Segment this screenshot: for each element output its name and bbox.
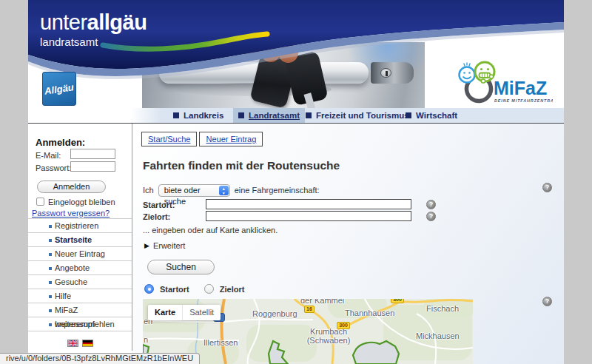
sidebar-item-label: Startseite <box>55 235 92 244</box>
sidebar-item-label: Neuer Eintrag <box>55 249 105 258</box>
password-label: Passwort: <box>36 164 71 172</box>
nav-item-landratsamt[interactable]: Landratsamt <box>233 108 305 123</box>
startort-radio-label: Startort <box>160 285 189 294</box>
german-flag-icon[interactable] <box>82 340 93 347</box>
map-place-label: (Schwaben) <box>298 336 359 345</box>
sidebar-item-label: Gesuche <box>55 277 87 286</box>
sidebar-item-label: Angebote <box>55 263 90 272</box>
mifaz-tagline: DEINE MITFAHRZENTRALE <box>494 98 553 103</box>
zielort-radio-label: Zielort <box>220 285 245 294</box>
bullet-icon <box>49 323 52 326</box>
start-label: Startort: <box>143 200 175 209</box>
tab-start-suche[interactable]: Start/Suche <box>141 132 197 146</box>
nav-bullet-icon <box>406 112 411 118</box>
nav-item-landkreis[interactable]: Landkreis <box>173 108 223 123</box>
tab-label: Neuer Eintrag <box>206 135 256 144</box>
bullet-icon <box>49 281 52 284</box>
tab-neuer-eintrag[interactable]: Neuer Eintrag <box>199 132 263 146</box>
content-tabs: Start/Suche Neuer Eintrag <box>141 132 263 146</box>
allgaeu-logo: Allgäu <box>42 72 76 106</box>
help-icon[interactable]: ? <box>542 297 552 306</box>
advanced-toggle[interactable]: ▶ Erweitert <box>144 241 185 250</box>
tab-label: Start/Suche <box>148 135 190 144</box>
language-switcher <box>67 340 93 347</box>
map-place-label: n <box>144 335 148 344</box>
bullet-icon <box>49 225 52 228</box>
map-place-label: der Kammel <box>300 299 344 305</box>
destination-input[interactable] <box>206 211 411 221</box>
route-badge: 300 <box>337 322 350 329</box>
mifaz-wordmark: MiFaZ <box>494 78 547 98</box>
stay-logged-in-label: Eingeloggt bleiben <box>48 198 115 206</box>
page-title: Fahrten finden mit der Routensuche <box>143 159 340 172</box>
site-container: unterallgäu landratsamt Allgäu <box>28 0 564 364</box>
mode-sentence: Ich biete oder suche ▲▼ eine Fahrgemeins… <box>143 183 320 197</box>
nav-item-freizeit-und-tourismus[interactable]: Freizeit und Tourismus <box>306 108 409 123</box>
mifaz-green-smiley-icon <box>475 62 494 83</box>
destination-label: Zielort: <box>143 212 170 221</box>
bullet-icon <box>49 309 52 312</box>
sidebar-item-label: Impressum <box>55 320 95 328</box>
top-navigation: Landkreis Landratsamt Freizeit und Touri… <box>131 108 564 123</box>
map-mode-radios: Startort Zielort <box>144 284 253 294</box>
advanced-label: Erweitert <box>153 241 185 250</box>
search-button[interactable]: Suchen <box>147 260 215 274</box>
sidebar-item-label: Registrieren <box>55 221 98 230</box>
page: unterallgäu landratsamt Allgäu <box>0 0 592 364</box>
map-type-control: Karte Satellit <box>148 305 221 320</box>
bullet-icon <box>49 295 52 298</box>
satellite-view-button[interactable]: Satellit <box>183 305 221 320</box>
sidebar-menu: Registrieren Startseite Neuer Eintrag An… <box>28 218 132 331</box>
start-input[interactable] <box>206 199 411 209</box>
sidebar-item-hilfe[interactable]: Hilfe <box>28 289 132 303</box>
main-content: Start/Suche Neuer Eintrag Fahrten finden… <box>132 124 564 364</box>
nav-bullet-icon <box>173 112 179 118</box>
select-stepper-icon: ▲▼ <box>219 186 229 195</box>
bullet-icon <box>49 253 52 256</box>
help-icon[interactable]: ? <box>542 183 552 192</box>
triangle-right-icon: ▶ <box>144 242 149 249</box>
map-place-label: Illertissen <box>204 338 238 347</box>
map-place-label: Fischach <box>426 304 459 313</box>
login-button[interactable]: Anmelden <box>37 181 106 193</box>
map-place-label: Roggenburg <box>252 309 297 318</box>
sentence-prefix: Ich <box>143 186 154 195</box>
mode-select[interactable]: biete oder suche ▲▼ <box>158 184 230 197</box>
sidebar-item-registrieren[interactable]: Registrieren <box>28 219 132 233</box>
map-hint-text: ... eingeben oder auf Karte anklicken. <box>143 226 278 235</box>
email-field[interactable] <box>70 149 115 159</box>
sidebar-item-impressum[interactable]: Impressum <box>28 317 132 331</box>
nav-item-label: Landratsamt <box>249 111 300 120</box>
allgaeu-logo-label: Allgäu <box>44 81 74 96</box>
bullet-icon <box>49 239 52 242</box>
sidebar-item-label: Hilfe <box>55 291 71 300</box>
sidebar: Anmelden: E-Mail: Passwort: Anmelden Ein… <box>28 124 132 364</box>
route-badge: 300 <box>391 299 404 303</box>
stay-logged-in-checkbox[interactable] <box>36 198 44 206</box>
sentence-suffix: eine Fahrgemeinschaft: <box>235 186 320 195</box>
forgot-password-link[interactable]: Passwort vergessen? <box>32 209 110 218</box>
nav-item-label: Landkreis <box>184 111 223 120</box>
brand-swoosh <box>98 30 272 53</box>
help-icon[interactable]: ? <box>426 200 436 209</box>
help-icon[interactable]: ? <box>426 212 436 221</box>
nav-item-label: Wirtschaft <box>416 111 457 120</box>
startort-radio[interactable] <box>144 284 154 294</box>
english-flag-icon[interactable] <box>67 340 78 347</box>
map-view-button[interactable]: Karte <box>148 305 182 320</box>
route-badge: 16 <box>304 306 314 313</box>
mifaz-logo: MiFaZ DEINE MITFAHRZENTRALE <box>449 59 553 108</box>
nav-bullet-icon <box>238 112 244 118</box>
sidebar-item-gesuche[interactable]: Gesuche <box>28 275 132 289</box>
zielort-radio[interactable] <box>204 284 214 294</box>
password-field[interactable] <box>70 161 115 172</box>
nav-item-label: Freizeit und Tourismus <box>316 111 409 120</box>
email-label: E-Mail: <box>36 151 61 160</box>
sidebar-item-startseite[interactable]: Startseite <box>28 233 132 247</box>
sidebar-item-mifaz-weiterempfehlen[interactable]: MiFaZ weiterempfehlen <box>28 303 132 317</box>
sidebar-item-neuer-eintrag[interactable]: Neuer Eintrag <box>28 247 132 261</box>
map-place-label: Mickhausen <box>416 331 460 340</box>
sidebar-item-angebote[interactable]: Angebote <box>28 261 132 275</box>
nav-item-wirtschaft[interactable]: Wirtschaft <box>406 108 457 123</box>
bullet-icon <box>49 267 52 270</box>
